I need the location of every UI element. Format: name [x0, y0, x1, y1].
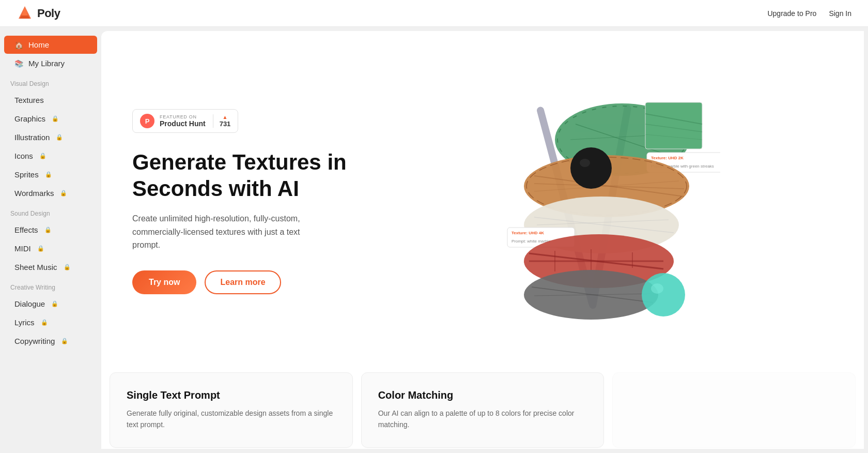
visual-design-section-label: Visual Design — [0, 73, 101, 90]
midi-lock-icon: 🔒 — [37, 245, 44, 252]
ph-name-label: Product Hunt — [160, 119, 206, 128]
sidebar-item-textures[interactable]: Textures — [4, 91, 97, 109]
sidebar-item-lyrics[interactable]: Lyrics 🔒 — [4, 313, 97, 331]
sidebar-home-label: Home — [28, 40, 49, 49]
feature-card-desc-1: Generate fully original, customizable de… — [127, 407, 336, 431]
lyrics-label: Lyrics — [14, 318, 35, 327]
logo-area[interactable]: Poly — [17, 5, 60, 22]
ph-logo-icon: P — [140, 114, 154, 128]
svg-point-40 — [651, 283, 663, 294]
texture-stack-illustration: Texture: UHD 2K Prompt: marble with gree… — [462, 72, 720, 331]
svg-point-38 — [580, 159, 590, 167]
sidebar-item-midi[interactable]: MIDI 🔒 — [4, 239, 97, 258]
textures-label: Textures — [14, 96, 44, 104]
upgrade-to-pro-link[interactable]: Upgrade to Pro — [767, 9, 816, 18]
effects-lock-icon: 🔒 — [44, 226, 52, 233]
sheet-music-lock-icon: 🔒 — [64, 264, 71, 270]
home-icon: 🏠 — [14, 41, 23, 49]
wordmarks-lock-icon: 🔒 — [60, 190, 67, 197]
sidebar-my-library-label: My Library — [28, 59, 65, 68]
ph-text: FEATURED ON Product Hunt — [160, 114, 206, 128]
dialogue-label: Dialogue — [14, 299, 45, 308]
sign-in-link[interactable]: Sign In — [829, 9, 851, 18]
copywriting-lock-icon: 🔒 — [61, 338, 68, 344]
creative-writing-section-label: Creative Writing — [0, 277, 101, 294]
main-layout: 🏠 Home 📚 My Library Visual Design Textur… — [0, 27, 868, 453]
hero-visual: Texture: UHD 2K Prompt: marble with gree… — [349, 67, 833, 336]
ph-upvote-icon: ▲ — [223, 114, 228, 120]
hero-buttons: Try now Learn more — [132, 270, 349, 294]
lyrics-lock-icon: 🔒 — [41, 319, 48, 326]
sidebar-item-home[interactable]: 🏠 Home — [4, 36, 97, 54]
illustration-lock-icon: 🔒 — [56, 134, 63, 141]
ph-votes: ▲ 731 — [213, 114, 231, 128]
sidebar-item-sheet-music[interactable]: Sheet Music 🔒 — [4, 258, 97, 276]
icons-label: Icons — [14, 152, 33, 160]
sidebar-item-copywriting[interactable]: Copywriting 🔒 — [4, 332, 97, 350]
sidebar-item-dialogue[interactable]: Dialogue 🔒 — [4, 295, 97, 313]
graphics-lock-icon: 🔒 — [52, 115, 59, 122]
sheet-music-label: Sheet Music — [14, 263, 57, 271]
learn-more-button[interactable]: Learn more — [205, 270, 281, 294]
feature-card-title-1: Single Text Prompt — [127, 389, 336, 401]
feature-cards: Single Text Prompt Generate fully origin… — [101, 372, 864, 448]
sidebar-item-wordmarks[interactable]: Wordmarks 🔒 — [4, 184, 97, 202]
sidebar-item-effects[interactable]: Effects 🔒 — [4, 221, 97, 239]
feature-card-color-matching: Color Matching Our AI can align to a pal… — [361, 372, 605, 448]
hero-section: P FEATURED ON Product Hunt ▲ 731 Generat… — [101, 31, 864, 362]
illustration-label: Illustration — [14, 133, 50, 142]
feature-card-single-prompt: Single Text Prompt Generate fully origin… — [110, 372, 353, 448]
feature-card-desc-2: Our AI can align to a palette of up to 8… — [378, 407, 587, 431]
sidebar: 🏠 Home 📚 My Library Visual Design Textur… — [0, 27, 101, 453]
dialogue-lock-icon: 🔒 — [51, 300, 58, 307]
svg-point-39 — [642, 273, 685, 316]
midi-label: MIDI — [14, 244, 31, 253]
feature-card-title-2: Color Matching — [378, 389, 587, 401]
effects-label: Effects — [14, 225, 38, 234]
sidebar-item-icons[interactable]: Icons 🔒 — [4, 147, 97, 165]
wordmarks-label: Wordmarks — [14, 189, 54, 198]
main-content: P FEATURED ON Product Hunt ▲ 731 Generat… — [101, 31, 864, 449]
graphics-label: Graphics — [14, 114, 45, 123]
feature-card-placeholder — [612, 372, 856, 448]
ph-featured-label: FEATURED ON — [160, 114, 206, 119]
try-now-button[interactable]: Try now — [132, 270, 196, 294]
sprites-label: Sprites — [14, 170, 39, 179]
sound-design-section-label: Sound Design — [0, 203, 101, 220]
library-icon: 📚 — [14, 59, 23, 68]
nav-right: Upgrade to Pro Sign In — [767, 9, 851, 18]
top-navigation: Poly Upgrade to Pro Sign In — [0, 0, 868, 27]
poly-logo-icon — [17, 5, 33, 22]
hero-left: P FEATURED ON Product Hunt ▲ 731 Generat… — [132, 109, 349, 294]
logo-text: Poly — [37, 7, 60, 20]
hero-title: Generate Textures in Seconds with AI — [132, 149, 349, 202]
sprites-lock-icon: 🔒 — [45, 171, 52, 178]
svg-text:Texture: UHD 4K: Texture: UHD 4K — [512, 231, 544, 235]
hero-subtitle: Create unlimited high-resolution, fully-… — [132, 212, 308, 252]
product-hunt-badge[interactable]: P FEATURED ON Product Hunt ▲ 731 — [132, 109, 238, 133]
sidebar-item-sprites[interactable]: Sprites 🔒 — [4, 165, 97, 184]
sidebar-item-graphics[interactable]: Graphics 🔒 — [4, 110, 97, 128]
ph-vote-count: 731 — [220, 120, 231, 128]
sidebar-item-my-library[interactable]: 📚 My Library — [4, 54, 97, 72]
sidebar-item-illustration[interactable]: Illustration 🔒 — [4, 128, 97, 146]
copywriting-label: Copywriting — [14, 337, 55, 345]
icons-lock-icon: 🔒 — [39, 153, 47, 159]
svg-point-37 — [570, 147, 612, 189]
svg-text:Texture: UHD 2K: Texture: UHD 2K — [651, 156, 684, 160]
